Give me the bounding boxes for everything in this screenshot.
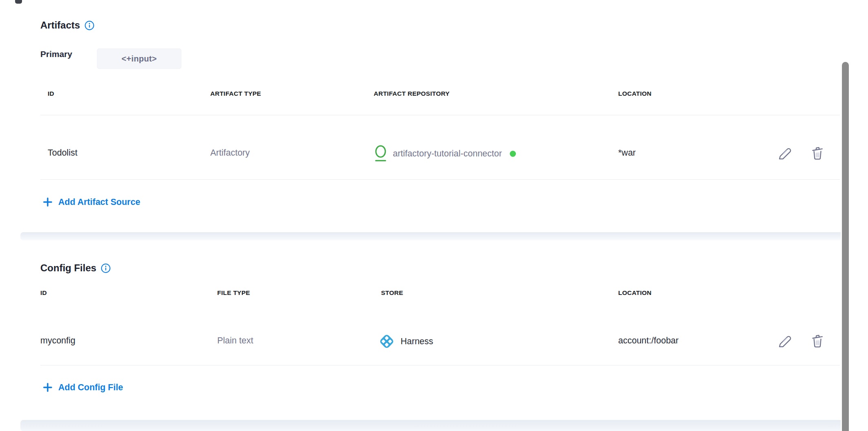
add-config-file-button[interactable]: Add Config File <box>42 382 123 393</box>
config-header-id: ID <box>40 289 47 297</box>
primary-artifact-label: Primary <box>40 49 72 59</box>
top-scrollbar-remnant <box>15 0 22 4</box>
artifact-repository-name: artifactory-tutorial-connector <box>393 149 502 159</box>
bottom-gap-band <box>20 420 841 431</box>
artifact-row-id: Todolist <box>48 148 77 158</box>
artifacts-title: Artifacts <box>40 20 80 31</box>
artifact-row-location: *war <box>618 148 636 158</box>
artifact-row-type: Artifactory <box>210 148 250 158</box>
artifacts-info-icon[interactable] <box>84 20 95 31</box>
trash-icon <box>810 145 825 161</box>
artifacts-header-repository: ARTIFACT REPOSITORY <box>374 90 449 97</box>
pencil-icon <box>777 334 793 349</box>
section-gap-band <box>20 232 841 240</box>
vertical-scrollbar-thumb[interactable] <box>842 62 849 431</box>
config-row-divider <box>40 365 840 365</box>
artifactory-icon <box>374 144 388 163</box>
artifacts-row-divider <box>40 179 840 180</box>
config-row-id: myconfig <box>40 336 75 346</box>
artifacts-header-location: LOCATION <box>618 90 652 97</box>
edit-config-file-button[interactable] <box>777 332 793 350</box>
config-files-section-heading: Config Files <box>40 262 111 274</box>
artifacts-section-heading: Artifacts <box>40 20 95 31</box>
info-icon <box>84 20 95 31</box>
edit-artifact-button[interactable] <box>777 145 793 163</box>
config-row-file-type: Plain text <box>217 336 253 346</box>
delete-config-file-button[interactable] <box>809 332 826 350</box>
plus-icon <box>42 382 53 393</box>
artifacts-header-type: ARTIFACT TYPE <box>210 90 261 97</box>
pencil-icon <box>777 146 793 161</box>
delete-artifact-button[interactable] <box>809 144 826 162</box>
service-definition-panel: Artifacts Primary <+input> ID ARTIFACT T… <box>0 0 868 431</box>
config-files-info-icon[interactable] <box>101 263 111 273</box>
config-header-store: STORE <box>381 289 403 297</box>
trash-icon <box>810 333 825 349</box>
harness-icon <box>377 332 396 351</box>
info-icon <box>101 263 111 273</box>
connector-status-dot <box>510 151 516 157</box>
artifacts-header-divider <box>40 115 840 115</box>
plus-icon <box>42 197 53 207</box>
primary-artifact-runtime-input-chip[interactable]: <+input> <box>97 48 181 69</box>
add-artifact-source-label: Add Artifact Source <box>58 197 140 207</box>
config-files-title: Config Files <box>40 262 96 274</box>
artifact-row-repository: artifactory-tutorial-connector <box>374 143 516 164</box>
add-artifact-source-button[interactable]: Add Artifact Source <box>42 197 140 207</box>
config-header-location: LOCATION <box>618 289 652 297</box>
add-config-file-label: Add Config File <box>58 383 123 393</box>
config-row-store: Harness <box>377 332 433 351</box>
config-header-file-type: FILE TYPE <box>217 289 250 297</box>
artifacts-header-id: ID <box>48 90 54 97</box>
config-row-location: account:/foobar <box>618 336 679 346</box>
config-store-name: Harness <box>401 336 433 347</box>
